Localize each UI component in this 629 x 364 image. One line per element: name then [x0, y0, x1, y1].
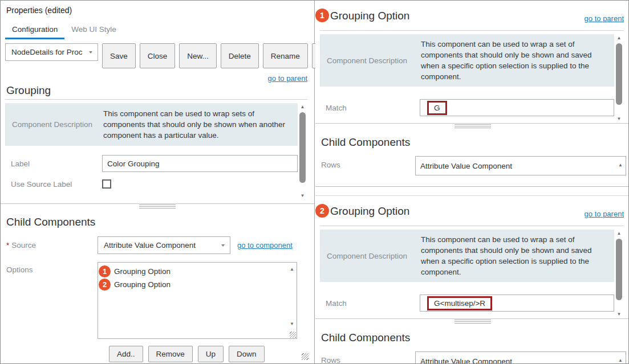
- component-description-text: This component can be used to wrap sets …: [103, 108, 291, 141]
- grouping-section-header: go to parent Grouping: [6, 73, 307, 97]
- panel-header: 1 Grouping Option: [329, 10, 624, 26]
- down-button[interactable]: Down: [229, 346, 265, 362]
- grouping-heading: Grouping: [6, 84, 51, 97]
- divider: [5, 99, 307, 100]
- resize-handle-icon[interactable]: [290, 332, 296, 338]
- tab-configuration-label: Configuration: [12, 25, 58, 34]
- child-components-heading: Child Components: [321, 332, 629, 344]
- rows-value: Attribute Value Component: [420, 162, 512, 170]
- save-button[interactable]: Save: [102, 43, 136, 68]
- match-input[interactable]: G: [420, 99, 614, 116]
- scroll-up-icon[interactable]: ▲: [290, 265, 294, 273]
- scrollbar-track[interactable]: [298, 111, 307, 192]
- scroll-up-icon[interactable]: ▲: [618, 161, 623, 169]
- option-scroll-area: Component Description This component can…: [320, 230, 624, 318]
- scroll-up-icon[interactable]: ▲: [617, 230, 622, 238]
- new-button[interactable]: New...: [179, 43, 217, 68]
- go-to-component-link[interactable]: go to component: [237, 241, 293, 250]
- tab-configuration[interactable]: Configuration: [5, 22, 64, 39]
- source-dropdown-value: Attribute Value Component: [104, 241, 196, 250]
- option-fields: Component Description This component can…: [320, 230, 614, 318]
- source-label: *Source: [6, 241, 98, 250]
- component-description-label: Component Description: [12, 120, 103, 129]
- section-splitter[interactable]: [315, 123, 629, 129]
- panel-separator: [315, 187, 629, 196]
- rows-row: Rows Attribute Value Component ▲: [315, 156, 629, 175]
- component-description-box: Component Description This component can…: [320, 230, 614, 282]
- scroll-down-icon[interactable]: ▼: [290, 320, 294, 328]
- use-source-label-label: Use Source Label: [11, 180, 102, 189]
- grouping-option-heading: Grouping Option: [330, 205, 409, 218]
- options-listbox[interactable]: 1 Grouping Option 2 Grouping Option ▲ ▼: [98, 262, 297, 339]
- chevron-down-icon: ▼: [88, 50, 94, 54]
- scrollbar-thumb[interactable]: [616, 43, 622, 105]
- scroll-down-icon[interactable]: ▼: [617, 115, 622, 123]
- component-description-label: Component Description: [327, 56, 421, 65]
- scrollbar-track[interactable]: [614, 238, 624, 310]
- component-selector-value: NodeDetails for Proc: [11, 48, 83, 56]
- child-components-heading: Child Components: [6, 216, 314, 228]
- option-label: Grouping Option: [114, 267, 171, 276]
- scroll-up-icon[interactable]: ▲: [617, 34, 622, 42]
- add-button[interactable]: Add..: [109, 346, 143, 362]
- scrollbar[interactable]: ▲ ▼: [298, 103, 307, 200]
- left-properties-panel: Properties (edited) Configuration Web UI…: [1, 1, 315, 364]
- options-row: Options 1 Grouping Option 2 Grouping Opt…: [1, 262, 314, 339]
- match-input[interactable]: G<multisep/>R: [420, 295, 614, 312]
- annotation-badge-2: 2: [315, 204, 329, 218]
- scrollbar-thumb[interactable]: [299, 112, 306, 183]
- section-splitter[interactable]: [315, 318, 629, 324]
- match-label: Match: [326, 104, 420, 112]
- panel-header: 2 Grouping Option: [329, 205, 624, 221]
- rows-row: Rows Attribute Value Component ▲: [315, 351, 629, 364]
- component-description-text: This component can be used to wrap a set…: [421, 39, 607, 82]
- divider: [320, 226, 624, 226]
- grouping-option-panel-2: go to parent 2 Grouping Option Component…: [315, 205, 629, 364]
- required-icon: *: [6, 241, 9, 250]
- close-button[interactable]: Close: [140, 43, 176, 68]
- active-tab-underline: [5, 38, 64, 39]
- grouping-option-panel-1: go to parent 1 Grouping Option Component…: [315, 10, 629, 187]
- scroll-down-icon[interactable]: ▼: [301, 192, 305, 200]
- panel-resize-handle-icon[interactable]: [302, 353, 309, 360]
- component-description-box: Component Description This component can…: [5, 103, 298, 146]
- source-dropdown[interactable]: Attribute Value Component ▼: [98, 236, 230, 254]
- rows-listbox[interactable]: Attribute Value Component ▲: [415, 351, 626, 364]
- delete-button[interactable]: Delete: [221, 43, 259, 68]
- options-label: Options: [6, 262, 98, 274]
- section-splitter[interactable]: [1, 203, 314, 209]
- component-description-box: Component Description This component can…: [320, 34, 614, 87]
- remove-button[interactable]: Remove: [148, 346, 193, 362]
- splitter-grip-icon: [454, 320, 491, 324]
- annotation-highlight-box: G: [427, 101, 447, 115]
- component-selector-dropdown[interactable]: NodeDetails for Proc ▼: [5, 43, 98, 61]
- list-item[interactable]: 1 Grouping Option: [98, 265, 297, 278]
- tab-web-ui-style[interactable]: Web UI Style: [64, 22, 123, 39]
- up-button[interactable]: Up: [198, 346, 224, 362]
- splitter-grip-icon: [454, 124, 491, 128]
- match-label: Match: [326, 299, 420, 308]
- match-row: Match G: [320, 99, 614, 116]
- rows-label: Rows: [321, 156, 415, 169]
- scrollbar[interactable]: ▲ ▼: [614, 34, 624, 123]
- grouping-scroll-area: Component Description This component can…: [5, 103, 307, 200]
- label-input[interactable]: [102, 155, 298, 172]
- option-label: Grouping Option: [114, 280, 171, 289]
- go-to-parent-link[interactable]: go to parent: [268, 74, 307, 83]
- rename-button[interactable]: Rename: [263, 43, 308, 68]
- label-field-label: Label: [11, 159, 102, 168]
- list-item[interactable]: 2 Grouping Option: [98, 278, 297, 291]
- component-description-text: This component can be used to wrap a set…: [421, 234, 607, 277]
- use-source-label-checkbox[interactable]: [102, 179, 111, 189]
- right-detail-column: go to parent 1 Grouping Option Component…: [315, 1, 629, 364]
- scroll-down-icon[interactable]: ▼: [617, 310, 622, 318]
- scrollbar-thumb[interactable]: [616, 239, 622, 300]
- tab-web-ui-style-label: Web UI Style: [71, 25, 116, 34]
- scroll-up-icon[interactable]: ▲: [301, 103, 305, 111]
- toolbar: NodeDetails for Proc ▼ Save Close New...…: [5, 43, 310, 68]
- match-row: Match G<multisep/>R: [320, 295, 614, 312]
- scrollbar[interactable]: ▲ ▼: [614, 230, 624, 318]
- scroll-up-icon[interactable]: ▲: [618, 357, 623, 364]
- scrollbar-track[interactable]: [614, 42, 624, 115]
- rows-listbox[interactable]: Attribute Value Component ▲: [415, 156, 626, 175]
